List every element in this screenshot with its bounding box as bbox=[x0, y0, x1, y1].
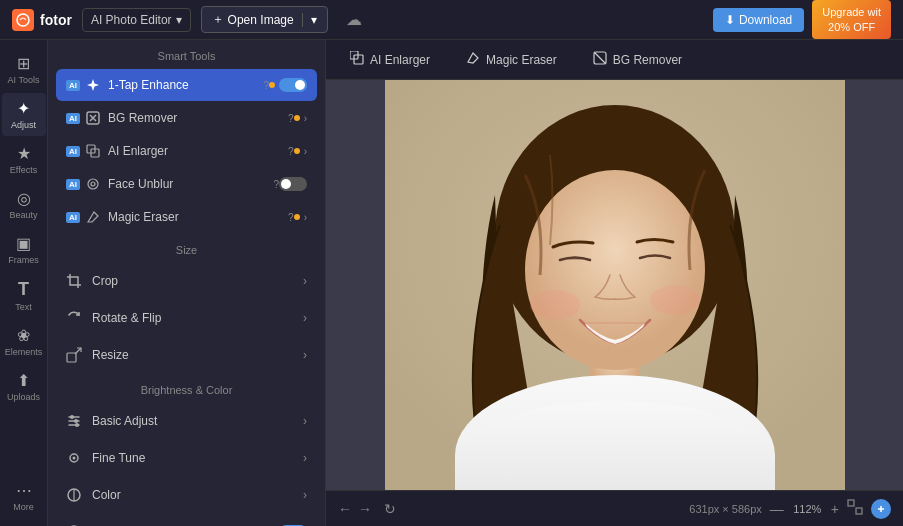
size-item-fine-tune[interactable]: Fine Tune › bbox=[56, 440, 317, 476]
tool-magic-eraser[interactable]: AI Magic Eraser ? › bbox=[56, 201, 317, 233]
svg-point-24 bbox=[650, 285, 700, 315]
svg-rect-26 bbox=[856, 508, 862, 514]
elements-icon: ❀ bbox=[17, 326, 30, 345]
status-dot bbox=[294, 148, 300, 154]
enhance-icon bbox=[84, 76, 102, 94]
size-item-resize[interactable]: Resize › bbox=[56, 337, 317, 373]
plus-icon: ＋ bbox=[212, 11, 224, 28]
magic-eraser-canvas-icon bbox=[466, 51, 480, 68]
svg-point-9 bbox=[75, 423, 79, 427]
logo: fotor bbox=[12, 9, 72, 31]
tool-actions: › bbox=[294, 113, 307, 124]
sidebar-item-beauty[interactable]: ◎ Beauty bbox=[2, 183, 46, 226]
frames-icon: ▣ bbox=[16, 234, 31, 253]
action-button[interactable] bbox=[871, 499, 891, 519]
adjust-icon: ✦ bbox=[17, 99, 30, 118]
text-icon: T bbox=[18, 279, 29, 300]
top-bar: fotor AI Photo Editor ▾ ＋ Open Image ▾ ☁… bbox=[0, 0, 903, 40]
left-nav: ⊞ AI Tools ✦ Adjust ★ Effects ◎ Beauty ▣… bbox=[0, 40, 48, 526]
cloud-save-icon[interactable]: ☁ bbox=[346, 10, 362, 29]
fit-to-screen-button[interactable] bbox=[847, 499, 863, 518]
navigation-arrows: ← → bbox=[338, 501, 372, 517]
effects-icon: ★ bbox=[17, 144, 31, 163]
canvas-ai-enlarger-button[interactable]: AI Enlarger bbox=[342, 47, 438, 72]
basic-adjust-icon bbox=[66, 412, 84, 430]
size-item-invert-colors[interactable]: Invert Colors bbox=[56, 514, 317, 526]
svg-point-8 bbox=[70, 415, 74, 419]
magic-eraser-canvas-label: Magic Eraser bbox=[486, 53, 557, 67]
main-area: ⊞ AI Tools ✦ Adjust ★ Effects ◎ Beauty ▣… bbox=[0, 40, 903, 526]
chevron-right-icon: › bbox=[304, 113, 307, 124]
rotate-flip-icon bbox=[66, 309, 84, 327]
back-arrow[interactable]: ← bbox=[338, 501, 352, 517]
topbar-right: ⬇ Download Upgrade wit 20% OFF bbox=[713, 0, 891, 39]
sidebar-item-elements[interactable]: ❀ Elements bbox=[2, 320, 46, 363]
status-dot bbox=[294, 115, 300, 121]
canvas-toolbar: AI Enlarger Magic Eraser BG Remover bbox=[326, 40, 903, 80]
forward-arrow[interactable]: → bbox=[358, 501, 372, 517]
tool-face-unblur[interactable]: AI Face Unblur ? bbox=[56, 168, 317, 200]
ai-editor-label: AI Photo Editor bbox=[91, 13, 172, 27]
open-image-label: Open Image bbox=[228, 13, 294, 27]
sidebar-item-uploads[interactable]: ⬆ Uploads bbox=[2, 365, 46, 408]
size-item-basic-adjust[interactable]: Basic Adjust › bbox=[56, 403, 317, 439]
sidebar-item-effects[interactable]: ★ Effects bbox=[2, 138, 46, 181]
ai-editor-button[interactable]: AI Photo Editor ▾ bbox=[82, 8, 191, 32]
enlarger-icon bbox=[84, 142, 102, 160]
svg-point-5 bbox=[91, 182, 95, 186]
ai-badge: AI bbox=[66, 146, 80, 157]
upgrade-button[interactable]: Upgrade wit 20% OFF bbox=[812, 0, 891, 39]
svg-point-0 bbox=[17, 14, 29, 26]
refresh-icon[interactable]: ↻ bbox=[384, 501, 396, 517]
magic-eraser-icon bbox=[84, 208, 102, 226]
upgrade-line2: 20% OFF bbox=[822, 20, 881, 34]
logo-text: fotor bbox=[40, 12, 72, 28]
tools-sidebar: Smart Tools AI 1-Tap Enhance ? AI BG Rem… bbox=[48, 40, 326, 526]
ai-enlarger-canvas-label: AI Enlarger bbox=[370, 53, 430, 67]
sidebar-item-text[interactable]: T Text bbox=[2, 273, 46, 318]
face-unblur-toggle[interactable] bbox=[279, 177, 307, 191]
ai-badge: AI bbox=[66, 212, 80, 223]
sidebar-item-ai-tools[interactable]: ⊞ AI Tools bbox=[2, 48, 46, 91]
enhance-toggle[interactable] bbox=[279, 78, 307, 92]
size-item-crop[interactable]: Crop › bbox=[56, 263, 317, 299]
chevron-down-icon: ▾ bbox=[311, 13, 317, 27]
face-unblur-icon bbox=[84, 175, 102, 193]
size-item-color[interactable]: Color › bbox=[56, 477, 317, 513]
sidebar-item-frames[interactable]: ▣ Frames bbox=[2, 228, 46, 271]
svg-point-4 bbox=[88, 179, 98, 189]
chevron-right-icon: › bbox=[303, 488, 307, 502]
tool-1tap-enhance[interactable]: AI 1-Tap Enhance ? bbox=[56, 69, 317, 101]
open-image-button[interactable]: ＋ Open Image ▾ bbox=[201, 6, 328, 33]
ai-badge: AI bbox=[66, 80, 80, 91]
download-icon: ⬇ bbox=[725, 13, 735, 27]
tool-ai-enlarger[interactable]: AI AI Enlarger ? › bbox=[56, 135, 317, 167]
chevron-right-icon: › bbox=[303, 311, 307, 325]
chevron-right-icon: › bbox=[303, 274, 307, 288]
zoom-in-button[interactable]: + bbox=[831, 501, 839, 517]
tool-actions bbox=[269, 78, 307, 92]
sidebar-item-more[interactable]: ⋯ More bbox=[2, 475, 46, 518]
bg-remover-icon bbox=[84, 109, 102, 127]
chevron-right-icon: › bbox=[303, 414, 307, 428]
crop-icon bbox=[66, 272, 84, 290]
chevron-right-icon: › bbox=[304, 212, 307, 223]
svg-point-7 bbox=[74, 419, 78, 423]
canvas-magic-eraser-button[interactable]: Magic Eraser bbox=[458, 47, 565, 72]
download-button[interactable]: ⬇ Download bbox=[713, 8, 804, 32]
zoom-out-button[interactable]: — bbox=[770, 501, 784, 517]
color-icon bbox=[66, 486, 84, 504]
size-item-rotate-flip[interactable]: Rotate & Flip › bbox=[56, 300, 317, 336]
canvas-bg-remover-button[interactable]: BG Remover bbox=[585, 47, 690, 72]
resize-icon bbox=[66, 346, 84, 364]
canvas-info: 631px × 586px — 112% + bbox=[689, 499, 891, 519]
sidebar-item-adjust[interactable]: ✦ Adjust bbox=[2, 93, 46, 136]
tool-actions bbox=[279, 177, 307, 191]
tool-bg-remover[interactable]: AI BG Remover ? › bbox=[56, 102, 317, 134]
svg-point-11 bbox=[73, 457, 76, 460]
tool-actions: › bbox=[294, 146, 307, 157]
ai-badge: AI bbox=[66, 179, 80, 190]
more-icon: ⋯ bbox=[16, 481, 32, 500]
canvas-main[interactable] bbox=[326, 80, 903, 490]
bg-remover-canvas-icon bbox=[593, 51, 607, 68]
